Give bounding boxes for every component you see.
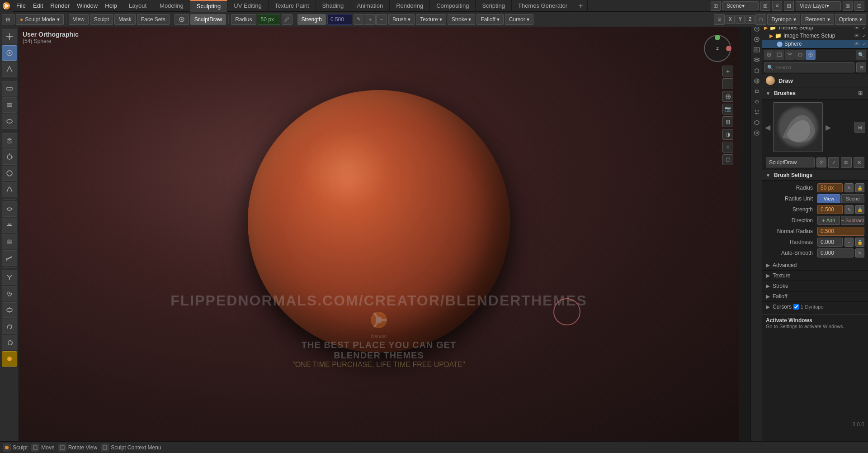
world-icon[interactable] — [752, 76, 762, 86]
brush-settings-expand[interactable]: ⊟ — [854, 122, 865, 133]
tool-pinch[interactable] — [2, 270, 17, 285]
hardness-lock-btn[interactable]: 🔒 — [855, 238, 864, 247]
tool-scrape[interactable] — [2, 250, 17, 266]
stroke-section[interactable]: ▶ Stroke — [762, 281, 868, 291]
hardness-edit-btn[interactable]: ↔ — [844, 238, 854, 247]
outliner-exclude-3[interactable]: ✓ — [862, 41, 866, 47]
texture-section[interactable]: ▶ Texture — [762, 271, 868, 281]
outliner-eye-3[interactable]: 👁 — [854, 41, 859, 47]
tab-add[interactable]: + — [574, 0, 588, 12]
mirror-options-btn[interactable]: □ — [755, 14, 766, 25]
main-viewport[interactable]: User Orthographic (54) Sphere FLIPPEDNOR… — [19, 27, 739, 441]
brush-menu[interactable]: Brush ▾ — [388, 14, 415, 25]
strength-lock-btn[interactable]: 🔒 — [855, 205, 864, 214]
tool-inflate[interactable] — [2, 149, 17, 165]
brush-icon-btn[interactable] — [175, 14, 189, 25]
tool-snake-hook[interactable] — [2, 319, 17, 334]
strength-add-btn[interactable]: + — [365, 14, 376, 25]
radius-lock-btn[interactable]: 🖊 — [282, 14, 292, 25]
brush-prev-arrow[interactable]: ◀ — [765, 123, 770, 132]
tab-rendering[interactable]: Rendering — [390, 0, 430, 12]
menu-file[interactable]: File — [13, 0, 29, 12]
menu-window[interactable]: Window — [73, 0, 101, 12]
tab-texture-paint[interactable]: Texture Paint — [269, 0, 316, 12]
scene-settings-icon[interactable] — [752, 66, 762, 76]
falloff-section[interactable]: ▶ Falloff — [762, 291, 868, 302]
scene-close-btn[interactable]: ✕ — [772, 1, 782, 11]
strength-icon1[interactable]: ✎ — [354, 14, 364, 25]
tool-blob[interactable] — [2, 166, 17, 181]
face-sets-menu[interactable]: Face Sets — [137, 14, 170, 25]
layout-icon-btn[interactable]: ⊞ — [784, 1, 794, 11]
brush-name-display[interactable]: SculptDraw — [190, 14, 226, 25]
tool-navigate[interactable] — [2, 29, 17, 44]
radius-edit-btn[interactable]: ✎ — [844, 183, 854, 192]
tool-elastic-deform[interactable] — [2, 302, 17, 318]
props-search-toggle[interactable]: 🔍 — [856, 50, 866, 60]
tab-compositing[interactable]: Compositing — [430, 0, 476, 12]
tool-color[interactable] — [2, 351, 17, 367]
cursors-checkbox[interactable] — [793, 304, 799, 310]
scene-icon-btn[interactable]: ⊞ — [711, 1, 721, 11]
menu-edit[interactable]: Edit — [29, 0, 47, 12]
brushes-expand-btn[interactable]: ⊞ — [856, 89, 864, 97]
brush-next-arrow[interactable]: ▶ — [826, 123, 831, 132]
cursor-menu[interactable]: Cursor ▾ — [505, 14, 533, 25]
editor-type-btn[interactable]: ⊞ — [2, 14, 14, 24]
y-coord-btn[interactable]: Y — [736, 15, 745, 24]
unit-scene-btn[interactable]: Scene — [841, 194, 864, 203]
mode-selector[interactable]: ● Sculpt Mode ▾ — [16, 14, 64, 25]
direction-sub-btn[interactable]: − Subtract — [841, 216, 864, 225]
tab-uv-editing[interactable]: UV Editing — [227, 0, 268, 12]
tool-smooth[interactable] — [2, 201, 17, 217]
remesh-btn[interactable]: Remesh ▾ — [801, 14, 834, 25]
tab-scripting[interactable]: Scripting — [476, 0, 512, 12]
texture-menu[interactable]: Texture ▾ — [416, 14, 446, 25]
tool-draw[interactable] — [2, 45, 17, 61]
output-icon[interactable] — [752, 45, 762, 55]
object-icon[interactable] — [752, 86, 762, 96]
zoom-in-btn[interactable]: + — [722, 66, 733, 76]
view-icon[interactable] — [752, 55, 762, 65]
tab-layout[interactable]: Layout — [123, 0, 153, 12]
brush-name-field[interactable]: SculptDraw — [766, 157, 815, 167]
outliner-item-image-themes[interactable]: ▶ 📁 Image Themes Setup 👁 ✓ — [762, 32, 868, 40]
outliner-item-sphere[interactable]: ⬤ Sphere 👁 ✓ — [762, 40, 868, 48]
tab-animation[interactable]: Animation — [350, 0, 390, 12]
advanced-section[interactable]: ▶ Advanced — [762, 260, 868, 271]
direction-add-btn[interactable]: + Add — [817, 216, 840, 225]
tab-sculpting[interactable]: Sculpting — [190, 0, 227, 12]
dyntopo-btn[interactable]: Dyntopo ▾ — [767, 14, 800, 25]
tool-clay[interactable] — [2, 81, 17, 96]
scene-expand-btn[interactable]: ⊠ — [760, 1, 770, 11]
shading-btn[interactable]: ○ — [722, 142, 733, 153]
tab-shading[interactable]: Shading — [316, 0, 351, 12]
tool-thumb[interactable] — [2, 335, 17, 350]
props-tab-output[interactable] — [774, 50, 784, 60]
strength-input[interactable]: 0.500 — [327, 14, 352, 25]
menu-help[interactable]: Help — [101, 0, 121, 12]
strength-label-btn[interactable]: Strength — [297, 14, 326, 25]
z-coord-btn[interactable]: Z — [745, 15, 755, 24]
hardness-value[interactable]: 0.000 — [817, 238, 843, 247]
brush-settings-header[interactable]: ▼ Brush Settings — [762, 170, 868, 181]
falloff-menu[interactable]: Falloff ▾ — [476, 14, 503, 25]
tool-flatten[interactable] — [2, 218, 17, 233]
normal-radius-value[interactable]: 0.500 — [817, 227, 864, 236]
camera-btn[interactable]: 📷 — [722, 104, 733, 114]
scene-selector[interactable]: Scene ▾ — [722, 1, 759, 10]
strength-sub-btn[interactable]: − — [376, 14, 387, 25]
outliner-eye-2[interactable]: 👁 — [854, 33, 859, 38]
tool-clay-strips[interactable] — [2, 97, 17, 113]
brush-delete-btn[interactable]: ✕ — [854, 157, 864, 168]
props-tab-view[interactable] — [785, 50, 795, 60]
blender-logo[interactable] — [0, 0, 13, 12]
tool-draw-sharp[interactable] — [2, 62, 17, 77]
unit-view-btn[interactable]: View — [817, 194, 840, 203]
brushes-section-header[interactable]: ▼ Brushes ⊞ — [762, 87, 868, 100]
sculpt-menu[interactable]: Sculpt — [90, 14, 113, 25]
props-tab-render[interactable] — [764, 50, 774, 60]
outliner-exclude-2[interactable]: ✓ — [862, 33, 866, 39]
render-icon[interactable] — [752, 34, 762, 44]
brush-preview-large[interactable] — [773, 102, 823, 152]
